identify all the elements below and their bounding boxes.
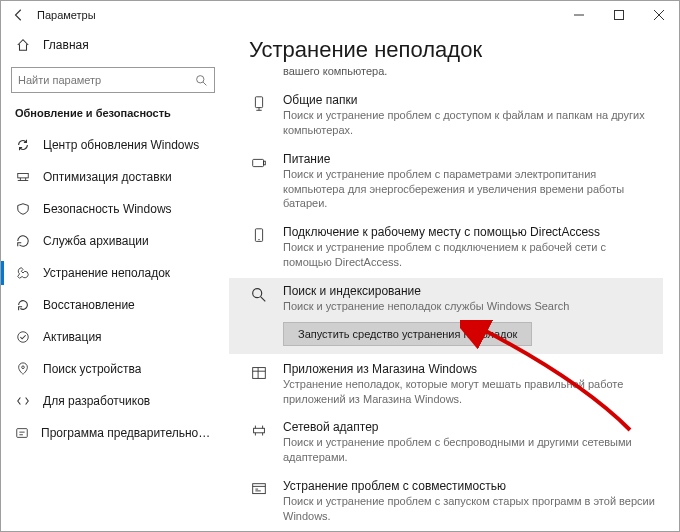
phone-icon [249,225,269,245]
svg-point-3 [18,332,29,343]
store-icon [249,362,269,382]
troubleshooter-directaccess[interactable]: Подключение к рабочему месту с помощью D… [229,219,663,276]
svg-rect-7 [253,159,264,166]
sidebar-item-label: Активация [43,330,102,344]
troubleshooter-title: Сетевой адаптер [283,420,655,434]
troubleshooter-store-apps[interactable]: Приложения из Магазина Windows Устранени… [229,356,663,413]
sync-icon [15,138,31,152]
compatibility-icon [249,479,269,499]
sidebar-item-recovery[interactable]: Восстановление [1,289,225,321]
troubleshooter-desc: Поиск и устранение проблем с беспроводны… [283,435,655,465]
svg-rect-13 [254,429,265,434]
svg-point-1 [197,75,204,82]
troubleshooter-title: Питание [283,152,655,166]
sidebar-item-find-device[interactable]: Поиск устройства [1,353,225,385]
network-icon [249,420,269,440]
sidebar-item-windows-update[interactable]: Центр обновления Windows [1,129,225,161]
troubleshooter-desc: Поиск и устранение проблем с параметрами… [283,167,655,212]
troubleshooter-power[interactable]: Питание Поиск и устранение проблем с пар… [229,146,663,218]
troubleshooter-desc: Поиск и устранение проблем с запуском ст… [283,494,655,524]
svg-rect-0 [615,11,624,20]
svg-rect-8 [264,161,266,165]
troubleshooter-title: Устранение проблем с совместимостью [283,479,655,493]
troubleshooter-title: Приложения из Магазина Windows [283,362,655,376]
svg-rect-6 [255,97,262,108]
page-title: Устранение неполадок [249,37,663,63]
sidebar-item-label: Центр обновления Windows [43,138,199,152]
run-troubleshooter-button[interactable]: Запустить средство устранения неполадок [283,322,532,346]
search-placeholder: Найти параметр [18,74,189,86]
backup-icon [15,234,31,248]
sidebar-item-windows-security[interactable]: Безопасность Windows [1,193,225,225]
troubleshooter-search-indexing[interactable]: Поиск и индексирование Поиск и устранени… [229,278,663,354]
sidebar-item-developers[interactable]: Для разработчиков [1,385,225,417]
delivery-icon [15,170,31,184]
svg-rect-14 [253,484,266,494]
troubleshooter-shared-folders[interactable]: Общие папки Поиск и устранение проблем с… [229,87,663,144]
home-link[interactable]: Главная [1,29,225,61]
sidebar-item-troubleshoot[interactable]: Устранение неполадок [1,257,225,289]
folder-network-icon [249,93,269,113]
svg-rect-2 [18,174,29,178]
troubleshooter-desc: Поиск и устранение проблем с доступом к … [283,108,655,138]
troubleshooter-desc: Поиск и устранение проблем с подключение… [283,240,655,270]
sidebar-item-label: Поиск устройства [43,362,141,376]
titlebar: Параметры [1,1,679,29]
sidebar: Главная Найти параметр Обновление и безо… [1,29,225,531]
troubleshooter-desc: Устранение неполадок, которые могут меша… [283,377,655,407]
svg-rect-5 [17,429,28,438]
sidebar-item-label: Для разработчиков [43,394,150,408]
intro-text: вашего компьютера. [283,65,663,77]
sidebar-item-backup[interactable]: Служба архивации [1,225,225,257]
home-icon [15,38,31,52]
sidebar-item-insider[interactable]: Программа предварительной оценки Windows [1,417,225,449]
main-panel: Устранение неполадок вашего компьютера. … [225,29,679,531]
svg-rect-12 [253,367,266,378]
back-button[interactable] [9,5,29,25]
insider-icon [15,426,29,440]
recovery-icon [15,298,31,312]
location-icon [15,362,31,376]
minimize-button[interactable] [559,1,599,29]
sidebar-item-label: Восстановление [43,298,135,312]
troubleshooter-compatibility[interactable]: Устранение проблем с совместимостью Поис… [229,473,663,530]
troubleshooter-title: Поиск и индексирование [283,284,655,298]
svg-point-10 [258,239,259,240]
search-input[interactable]: Найти параметр [11,67,215,93]
sidebar-item-label: Оптимизация доставки [43,170,172,184]
search-icon [249,284,269,304]
sidebar-item-activation[interactable]: Активация [1,321,225,353]
power-icon [249,152,269,172]
shield-icon [15,202,31,216]
sidebar-section-label: Обновление и безопасность [1,103,225,129]
sidebar-home-label: Главная [43,38,89,52]
maximize-button[interactable] [599,1,639,29]
sidebar-item-label: Безопасность Windows [43,202,172,216]
developers-icon [15,394,31,408]
sidebar-item-delivery-optimization[interactable]: Оптимизация доставки [1,161,225,193]
activation-icon [15,330,31,344]
troubleshooter-network-adapter[interactable]: Сетевой адаптер Поиск и устранение пробл… [229,414,663,471]
svg-point-4 [22,366,25,369]
sidebar-item-label: Устранение неполадок [43,266,170,280]
troubleshooter-title: Подключение к рабочему месту с помощью D… [283,225,655,239]
sidebar-item-label: Программа предварительной оценки Windows [41,426,211,440]
window-title: Параметры [37,9,96,21]
close-button[interactable] [639,1,679,29]
troubleshooter-desc: Поиск и устранение неполадок службы Wind… [283,299,655,314]
troubleshoot-icon [15,266,31,280]
svg-point-11 [253,289,262,298]
sidebar-item-label: Служба архивации [43,234,149,248]
troubleshooter-title: Общие папки [283,93,655,107]
search-icon [195,74,208,87]
